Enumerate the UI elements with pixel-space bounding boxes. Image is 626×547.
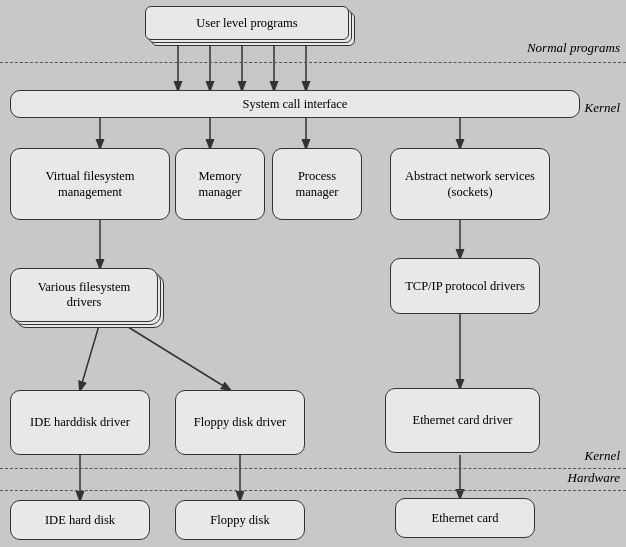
ide-driver-box: IDE harddisk driver	[10, 390, 150, 455]
user-programs-box: User level programs	[145, 6, 349, 40]
kernel-top-label: Kernel	[585, 100, 620, 116]
dashed-line-top	[0, 62, 626, 63]
svg-line-11	[80, 322, 100, 390]
network-box: Abstract network services (sockets)	[390, 148, 550, 220]
floppy-driver-box: Floppy disk driver	[175, 390, 305, 455]
fs-drivers-stack: Various filesystem drivers	[10, 268, 160, 326]
dashed-line-middle	[0, 468, 626, 469]
svg-line-12	[120, 322, 230, 390]
hardware-label: Hardware	[568, 470, 620, 486]
ide-disk-box: IDE hard disk	[10, 500, 150, 540]
fs-drivers-box: Various filesystem drivers	[10, 268, 158, 322]
diagram: Normal programs Kernel Kernel Hardware U…	[0, 0, 626, 547]
dashed-line-bottom	[0, 490, 626, 491]
syscall-box: System call interface	[10, 90, 580, 118]
process-box: Process manager	[272, 148, 362, 220]
ethernet-driver-box: Ethernet card driver	[385, 388, 540, 453]
normal-programs-label: Normal programs	[527, 40, 620, 56]
vfs-box: Virtual filesystem management	[10, 148, 170, 220]
kernel-bottom-label: Kernel	[585, 448, 620, 464]
floppy-disk-box: Floppy disk	[175, 500, 305, 540]
memory-box: Memory manager	[175, 148, 265, 220]
user-programs-stack: User level programs	[145, 6, 355, 46]
tcpip-box: TCP/IP protocol drivers	[390, 258, 540, 314]
ethernet-card-box: Ethernet card	[395, 498, 535, 538]
